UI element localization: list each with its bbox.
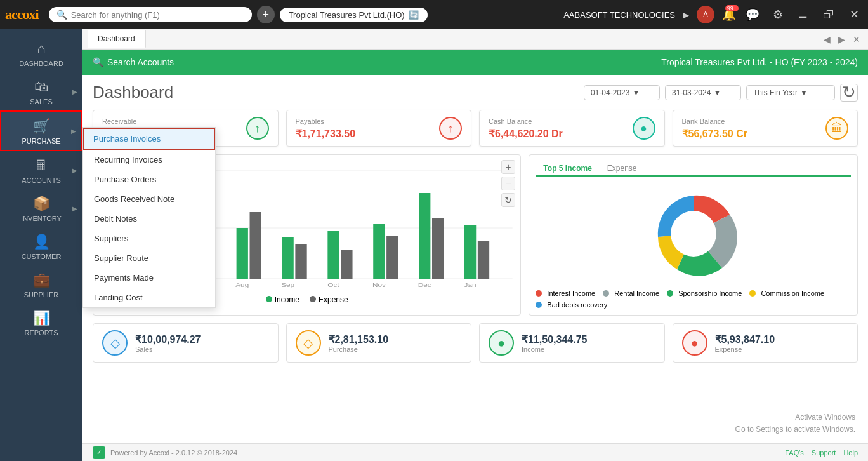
svg-point-30 — [671, 211, 716, 257]
svg-rect-14 — [327, 231, 339, 279]
footer-links: FAQ's Support Help — [785, 449, 858, 457]
menu-item-recurring-invoices[interactable]: Recurring Invoices — [83, 150, 215, 170]
date-to-value: 31-03-2024 — [672, 88, 711, 97]
refresh-icon[interactable]: 🔄 — [409, 10, 419, 20]
sidebar-label-supplier: SUPPLIER — [24, 291, 58, 298]
settings-icon[interactable]: ⚙ — [769, 8, 787, 22]
add-button[interactable]: + — [257, 6, 275, 23]
menu-item-debit-notes[interactable]: Debit Notes — [83, 209, 215, 229]
main-layout: ⌂ DASHBOARD 🛍 SALES ▶ 🛒 PURCHASE ▶ 🖩 ACC… — [0, 29, 868, 461]
period-selector[interactable]: This Fin Year ▼ — [746, 85, 835, 100]
sidebar-item-purchase[interactable]: 🛒 PURCHASE ▶ — [0, 110, 82, 151]
sidebar-item-customer[interactable]: 👤 CUSTOMER — [0, 227, 82, 265]
company-label: AABASOFT TECHNOLOGIES — [563, 10, 675, 20]
tab-dashboard[interactable]: Dashboard — [88, 30, 146, 48]
date-from-picker[interactable]: 01-04-2023 ▼ — [584, 85, 660, 100]
tab-close[interactable]: ✕ — [850, 33, 863, 46]
svg-rect-10 — [237, 228, 248, 279]
search-accounts-btn[interactable]: 🔍 Search Accounts — [93, 57, 174, 67]
purchase-value: ₹2,81,153.10 — [329, 333, 389, 345]
sidebar-label-accounts: ACCOUNTS — [22, 177, 61, 184]
svg-rect-12 — [282, 237, 293, 279]
cash-balance-label: Cash Balance — [489, 117, 563, 125]
svg-text:Oct: Oct — [327, 282, 339, 288]
tab-nav-next[interactable]: ▶ — [836, 33, 848, 46]
sidebar-label-sales: SALES — [30, 98, 52, 105]
footer-logo: ✓ — [93, 446, 105, 459]
tab-top-income[interactable]: Top 5 Income — [536, 161, 599, 177]
expense-label: Expense — [715, 345, 775, 353]
tab-expense[interactable]: Expense — [600, 161, 645, 175]
search-bar[interactable]: 🔍 — [49, 7, 252, 22]
expense-card-icon: ● — [682, 330, 707, 356]
svg-rect-16 — [373, 224, 385, 279]
green-header: 🔍 Search Accounts Tropical Treasures Pvt… — [82, 50, 868, 75]
sales-card-icon: ◇ — [102, 330, 128, 356]
notif-badge: 99+ — [725, 5, 739, 11]
dashboard-title-row: Dashboard 01-04-2023 ▼ 31-03-2024 ▼ This… — [93, 83, 858, 102]
minimize-icon[interactable]: 🗕 — [794, 8, 812, 22]
topbar-right: AABASOFT TECHNOLOGIES ▶ A 🔔 99+ 💬 ⚙ 🗕 🗗 … — [563, 6, 863, 23]
menu-item-supplier-route[interactable]: Supplier Route — [83, 248, 215, 268]
svg-rect-17 — [386, 236, 398, 279]
chart-controls: + − ↻ — [501, 160, 515, 207]
svg-text:Dec: Dec — [418, 282, 431, 288]
tab-bar: Dashboard ◀ ▶ ✕ — [82, 29, 868, 50]
purchase-card-icon: ◇ — [296, 330, 321, 356]
sidebar-item-dashboard[interactable]: ⌂ DASHBOARD — [0, 34, 82, 72]
avatar[interactable]: A — [697, 6, 714, 23]
dashboard-icon: ⌂ — [37, 41, 45, 57]
company-selector[interactable]: Tropical Treasures Pvt Ltd.(HO) 🔄 — [280, 8, 428, 22]
menu-item-purchase-orders[interactable]: Purchase Orders — [83, 170, 215, 189]
close-icon[interactable]: ✕ — [845, 8, 863, 22]
menu-item-payments-made[interactable]: Payments Made — [83, 268, 215, 288]
sidebar-item-accounts[interactable]: 🖩 ACCOUNTS ▶ — [0, 151, 82, 189]
app-logo: accoxi — [5, 6, 39, 23]
purchase-label: Purchase — [329, 345, 389, 353]
support-link[interactable]: Support — [812, 449, 836, 457]
date-to-picker[interactable]: 31-03-2024 ▼ — [665, 85, 741, 100]
donut-chart-container — [536, 183, 851, 284]
tab-nav-prev[interactable]: ◀ — [821, 33, 833, 46]
help-link[interactable]: Help — [843, 449, 858, 457]
sales-icon: 🛍 — [34, 79, 48, 95]
menu-item-suppliers[interactable]: Suppliers — [83, 229, 215, 248]
faq-link[interactable]: FAQ's — [785, 449, 804, 457]
menu-item-goods-received-note[interactable]: Goods Received Note — [83, 189, 215, 209]
sidebar-item-supplier[interactable]: 💼 SUPPLIER — [0, 265, 82, 304]
sidebar-item-reports[interactable]: 📊 REPORTS — [0, 304, 82, 342]
bank-balance-card: Bank Balance ₹56,673.50 Cr 🏛 — [673, 110, 858, 147]
menu-item-purchase-invoices[interactable]: Purchase Invoices — [83, 128, 215, 150]
menu-item-landing-cost[interactable]: Landing Cost — [83, 288, 215, 307]
chart-zoom-out[interactable]: − — [501, 177, 515, 190]
chart-refresh[interactable]: ↻ — [501, 193, 515, 207]
svg-rect-19 — [432, 218, 444, 279]
notifications-button[interactable]: 🔔 99+ — [722, 8, 736, 22]
expense-card: ● ₹5,93,847.10 Expense — [673, 323, 858, 363]
bottom-row: ◇ ₹10,00,974.27 Sales ◇ ₹2,81,153.10 Pur… — [93, 323, 858, 363]
sales-label: Sales — [135, 345, 201, 353]
period-chevron: ▼ — [800, 88, 808, 97]
purchase-icon: 🛒 — [33, 118, 50, 135]
sidebar-item-sales[interactable]: 🛍 SALES ▶ — [0, 72, 82, 110]
legend-sponsorship-income: Sponsorship Income — [667, 290, 742, 297]
chat-icon[interactable]: 💬 — [744, 8, 761, 22]
sidebar-item-inventory[interactable]: 📦 INVENTORY ▶ — [0, 189, 82, 227]
sidebar-label-dashboard: DASHBOARD — [19, 60, 63, 67]
topbar: accoxi 🔍 + Tropical Treasures Pvt Ltd.(H… — [0, 0, 868, 29]
refresh-button[interactable]: ↻ — [840, 84, 858, 102]
legend-rental-income: Rental Income — [603, 290, 659, 297]
svg-rect-15 — [341, 250, 352, 279]
donut-chart-svg — [643, 183, 744, 284]
search-icon: 🔍 — [56, 10, 67, 20]
arrow-icon: ▶ — [683, 10, 689, 20]
accounts-arrow-icon: ▶ — [72, 167, 77, 174]
search-input[interactable] — [71, 10, 236, 20]
supplier-icon: 💼 — [33, 272, 50, 288]
maximize-icon[interactable]: 🗗 — [820, 8, 838, 22]
inventory-arrow-icon: ▶ — [72, 205, 77, 212]
chart-zoom-in[interactable]: + — [501, 160, 515, 174]
svg-text:Nov: Nov — [372, 282, 386, 288]
footer-text: Powered by Accoxi - 2.0.12 © 2018-2024 — [110, 449, 237, 457]
watermark-line1: Activate Windows — [735, 411, 855, 424]
